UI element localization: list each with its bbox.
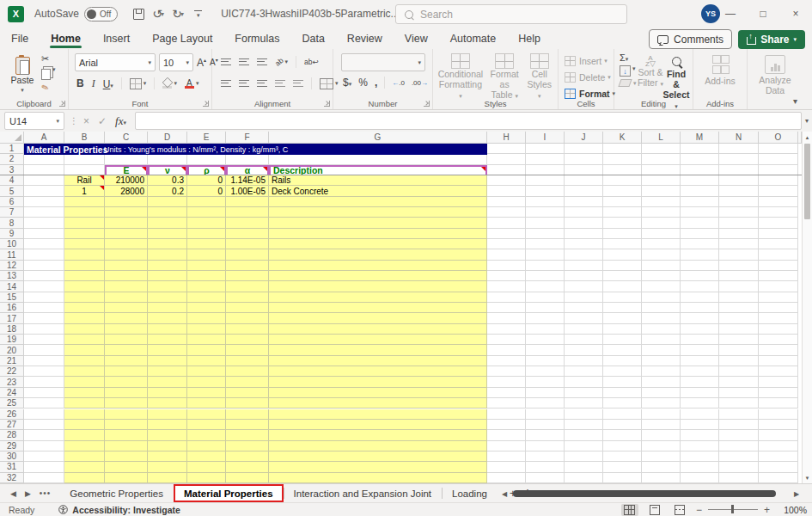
cell-K20[interactable] bbox=[603, 345, 642, 355]
cell-N28[interactable] bbox=[719, 430, 759, 440]
cell-styles-button[interactable]: Cell Styles ▾ bbox=[524, 49, 554, 101]
italic-button[interactable]: I bbox=[92, 77, 95, 90]
cell-M23[interactable] bbox=[681, 377, 719, 387]
cell-N1[interactable] bbox=[719, 144, 759, 154]
cell-F22[interactable] bbox=[226, 366, 269, 377]
cell-D4[interactable]: 0.3 bbox=[148, 175, 187, 186]
cell-I25[interactable] bbox=[526, 398, 565, 408]
cell-H7[interactable] bbox=[487, 207, 526, 218]
cell-K7[interactable] bbox=[603, 207, 642, 218]
clear-button[interactable]: ▾ bbox=[620, 79, 637, 87]
cell-G18[interactable] bbox=[269, 324, 487, 335]
cell-L24[interactable] bbox=[642, 388, 681, 398]
scroll-down-icon[interactable]: ▼ bbox=[803, 472, 812, 483]
percent-style-button[interactable]: % bbox=[358, 77, 368, 89]
cell-A5[interactable] bbox=[24, 186, 64, 196]
column-header-F[interactable]: F bbox=[226, 132, 269, 144]
undo-button[interactable]: ↺▾ bbox=[150, 4, 167, 23]
cell-A20[interactable] bbox=[24, 345, 64, 355]
column-header-K[interactable]: K bbox=[603, 132, 642, 144]
cell-E15[interactable] bbox=[187, 292, 226, 303]
cell-E25[interactable] bbox=[187, 398, 226, 408]
cell-B26[interactable] bbox=[64, 409, 105, 420]
cell-M19[interactable] bbox=[681, 335, 719, 345]
cell-L15[interactable] bbox=[642, 292, 681, 303]
cell-L13[interactable] bbox=[642, 271, 681, 281]
cell-M17[interactable] bbox=[681, 313, 719, 323]
vertical-scrollbar-thumb[interactable] bbox=[804, 144, 810, 219]
decrease-indent-button[interactable] bbox=[275, 80, 285, 88]
cell-J27[interactable] bbox=[565, 420, 603, 430]
zoom-slider-thumb[interactable] bbox=[731, 505, 735, 513]
cell-B25[interactable] bbox=[64, 398, 105, 408]
cell-M9[interactable] bbox=[681, 229, 719, 239]
cell-G15[interactable] bbox=[269, 292, 487, 303]
sheet-tab-loading[interactable]: Loading bbox=[442, 484, 498, 502]
cell-F28[interactable] bbox=[226, 430, 269, 440]
cell-D19[interactable] bbox=[148, 335, 187, 345]
cell-M7[interactable] bbox=[681, 207, 719, 218]
cell-A27[interactable] bbox=[24, 420, 64, 430]
cell-I15[interactable] bbox=[526, 292, 565, 303]
ribbon-tab-file[interactable]: File bbox=[0, 28, 40, 49]
row-header-21[interactable]: 21 bbox=[0, 356, 24, 366]
cell-C2[interactable] bbox=[105, 154, 148, 164]
cell-C32[interactable] bbox=[105, 473, 148, 483]
cell-O22[interactable] bbox=[759, 366, 798, 377]
row-header-32[interactable]: 32 bbox=[0, 473, 24, 483]
cell-M5[interactable] bbox=[681, 186, 719, 196]
cell-K24[interactable] bbox=[603, 388, 642, 398]
cell-O10[interactable] bbox=[759, 239, 798, 249]
cell-I13[interactable] bbox=[526, 271, 565, 281]
cell-I31[interactable] bbox=[526, 462, 565, 472]
cell-M8[interactable] bbox=[681, 218, 719, 228]
cell-A21[interactable] bbox=[24, 356, 64, 366]
cell-I20[interactable] bbox=[526, 345, 565, 355]
cell-A22[interactable] bbox=[24, 366, 64, 377]
row-header-12[interactable]: 12 bbox=[0, 261, 24, 271]
cell-J32[interactable] bbox=[565, 473, 603, 483]
cell-L30[interactable] bbox=[642, 452, 681, 462]
cell-L4[interactable] bbox=[642, 175, 681, 186]
zoom-out-button[interactable]: − bbox=[696, 504, 702, 516]
cell-E7[interactable] bbox=[187, 207, 226, 218]
autosave-toggle[interactable]: Off bbox=[84, 7, 118, 22]
comma-style-button[interactable]: , bbox=[375, 77, 377, 89]
column-header-N[interactable]: N bbox=[719, 132, 759, 144]
cell-O19[interactable] bbox=[759, 335, 798, 345]
cell-D11[interactable] bbox=[148, 249, 187, 260]
cell-L28[interactable] bbox=[642, 430, 681, 440]
cell-L16[interactable] bbox=[642, 303, 681, 313]
accessibility-status[interactable]: Accessibility: Investigate bbox=[58, 505, 180, 515]
ribbon-tab-insert[interactable]: Insert bbox=[92, 28, 141, 49]
cell-A18[interactable] bbox=[24, 324, 64, 335]
cell-B31[interactable] bbox=[64, 462, 105, 472]
cell-O18[interactable] bbox=[759, 324, 798, 335]
cell-L10[interactable] bbox=[642, 239, 681, 249]
align-top-button[interactable] bbox=[221, 58, 231, 66]
sheet-tab-interaction-and-expansion-joint[interactable]: Interaction and Expansion Joint bbox=[284, 484, 442, 502]
cell-F26[interactable] bbox=[226, 409, 269, 420]
undo-dropdown[interactable]: ▾ bbox=[161, 10, 164, 18]
cell-K4[interactable] bbox=[603, 175, 642, 186]
column-header-A[interactable]: A bbox=[24, 132, 64, 144]
cell-I14[interactable] bbox=[526, 281, 565, 292]
cell-A11[interactable] bbox=[24, 249, 64, 260]
cell-B30[interactable] bbox=[64, 452, 105, 462]
cell-E12[interactable] bbox=[187, 261, 226, 271]
cell-L11[interactable] bbox=[642, 249, 681, 260]
cell-K1[interactable] bbox=[603, 144, 642, 154]
cell-B23[interactable] bbox=[64, 377, 105, 387]
cell-O2[interactable] bbox=[759, 154, 798, 164]
cell-E20[interactable] bbox=[187, 345, 226, 355]
cell-N11[interactable] bbox=[719, 249, 759, 260]
row-header-9[interactable]: 9 bbox=[0, 229, 24, 239]
cell-F15[interactable] bbox=[226, 292, 269, 303]
cell-D2[interactable] bbox=[148, 154, 187, 164]
cell-I7[interactable] bbox=[526, 207, 565, 218]
cell-D18[interactable] bbox=[148, 324, 187, 335]
cell-N29[interactable] bbox=[719, 441, 759, 452]
delete-cells-button[interactable]: Delete▾ bbox=[564, 70, 615, 84]
font-color-button[interactable]: A ▾ bbox=[185, 79, 199, 89]
cell-G14[interactable] bbox=[269, 281, 487, 292]
